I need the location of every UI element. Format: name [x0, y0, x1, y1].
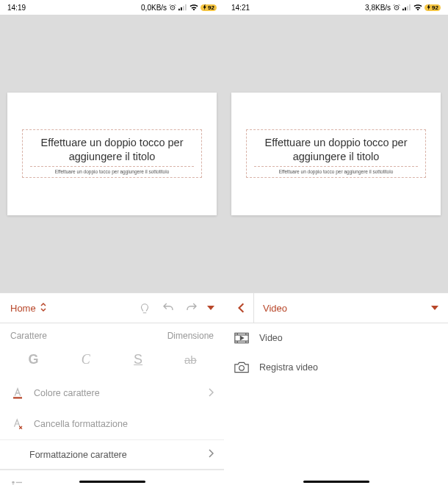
svg-rect-1	[178, 9, 180, 10]
svg-point-6	[12, 481, 14, 483]
underline-button[interactable]: S	[120, 348, 156, 370]
toolbar-more[interactable]	[427, 306, 442, 310]
clear-format-icon	[10, 417, 25, 431]
clear-formatting-item[interactable]: Cancella formattazione	[0, 409, 224, 439]
svg-rect-10	[402, 9, 404, 10]
status-bar: 14:21 3,8KB/s 92	[224, 0, 448, 15]
undo-button[interactable]	[156, 296, 180, 320]
status-time: 14:21	[231, 4, 250, 12]
font-color-icon	[10, 387, 25, 400]
status-indicators: 3,8KB/s 92	[365, 4, 441, 12]
signal-icon	[178, 4, 187, 11]
bullets-icon	[10, 479, 25, 485]
camera-icon	[234, 362, 249, 373]
font-color-item[interactable]: Colore carattere	[0, 378, 224, 409]
slide[interactable]: Effettuare un doppio tocco per aggiunger…	[7, 93, 217, 215]
panel-header: Carattere Dimensione	[0, 323, 224, 345]
back-button[interactable]	[230, 303, 253, 313]
slide[interactable]: Effettuare un doppio tocco per aggiunger…	[231, 93, 441, 215]
svg-point-15	[239, 366, 245, 371]
video-panel: Video Registra video	[224, 323, 448, 485]
toolbar-more[interactable]	[203, 306, 218, 310]
svg-rect-13	[409, 4, 411, 10]
alarm-icon	[169, 4, 176, 11]
svg-rect-3	[183, 6, 184, 10]
home-panel: Carattere Dimensione G C S ab Colore car…	[0, 323, 224, 485]
redo-button[interactable]	[180, 296, 203, 320]
tab-dropdown[interactable]: Home	[6, 302, 51, 315]
net-speed: 0,0KB/s	[141, 4, 167, 12]
svg-rect-5	[13, 397, 22, 398]
status-time: 14:19	[7, 4, 26, 12]
title-text: Effettuare un doppio tocco per aggiunger…	[30, 136, 194, 164]
updown-icon	[40, 302, 47, 315]
slide-canvas[interactable]: Effettuare un doppio tocco per aggiunger…	[224, 15, 448, 292]
size-label[interactable]: Dimensione	[167, 331, 214, 341]
italic-button[interactable]: C	[68, 348, 104, 370]
character-formatting-item[interactable]: Formattazione carattere	[0, 439, 224, 469]
title-placeholder[interactable]: Effettuare un doppio tocco per aggiunger…	[246, 129, 426, 179]
title-placeholder[interactable]: Effettuare un doppio tocco per aggiunger…	[22, 129, 202, 179]
home-indicator[interactable]	[79, 481, 145, 483]
signal-icon	[402, 4, 411, 11]
insert-video-item[interactable]: Video	[224, 323, 448, 353]
svg-rect-11	[405, 7, 406, 10]
subtitle-text: Effettuare un doppio tocco per aggiunger…	[254, 166, 418, 174]
home-indicator[interactable]	[303, 481, 369, 483]
toolbar: Home	[0, 292, 224, 323]
status-bar: 14:19 0,0KB/s 92	[0, 0, 224, 15]
battery-badge: 92	[424, 4, 441, 11]
title-text: Effettuare un doppio tocco per aggiunger…	[254, 136, 418, 164]
font-label[interactable]: Carattere	[10, 331, 47, 341]
net-speed: 3,8KB/s	[365, 4, 391, 12]
alarm-icon	[393, 4, 400, 11]
subtitle-text: Effettuare un doppio tocco per aggiunger…	[30, 166, 194, 174]
svg-rect-12	[407, 6, 408, 10]
wifi-icon	[189, 4, 198, 11]
toolbar: Video	[224, 292, 448, 323]
left-screen: 14:19 0,0KB/s 92	[0, 0, 224, 485]
format-row: G C S ab	[0, 345, 224, 378]
tell-me-button[interactable]	[133, 296, 156, 320]
record-video-item[interactable]: Registra video	[224, 353, 448, 382]
section-title: Video	[253, 293, 427, 323]
chevron-right-icon	[208, 388, 214, 399]
battery-badge: 92	[200, 4, 217, 11]
strikethrough-button[interactable]: ab	[172, 348, 209, 370]
chevron-right-icon	[208, 449, 214, 460]
wifi-icon	[413, 4, 422, 11]
status-indicators: 0,0KB/s 92	[141, 4, 217, 12]
svg-rect-4	[185, 4, 187, 10]
right-screen: 14:21 3,8KB/s 92	[224, 0, 448, 485]
video-icon	[234, 332, 249, 344]
bold-button[interactable]: G	[15, 348, 52, 370]
slide-canvas[interactable]: Effettuare un doppio tocco per aggiunger…	[0, 15, 224, 292]
svg-rect-2	[181, 7, 182, 10]
